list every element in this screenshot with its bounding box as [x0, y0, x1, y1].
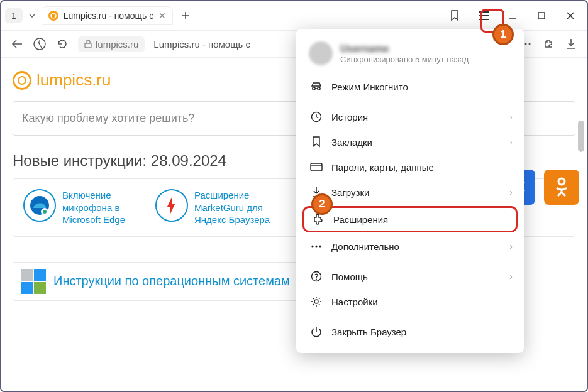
article-card[interactable]: Включение микрофона в Microsoft Edge — [17, 185, 149, 230]
menu-history[interactable]: История › — [296, 104, 524, 129]
svg-rect-11 — [21, 269, 33, 281]
menu-label: Настройки — [331, 297, 378, 307]
url-box[interactable]: lumpics.ru — [78, 36, 145, 52]
svg-rect-13 — [21, 282, 33, 294]
svg-point-24 — [314, 300, 318, 303]
svg-rect-18 — [311, 163, 322, 171]
menu-label: Дополнительно — [331, 241, 399, 252]
callout-badge-2: 2 — [311, 193, 333, 215]
menu-settings[interactable]: Настройки — [296, 289, 524, 314]
lock-icon — [84, 40, 92, 48]
menu-label: Помощь — [331, 271, 368, 282]
os-collage-icon — [21, 269, 46, 294]
clock-icon — [310, 111, 323, 123]
dots-icon — [310, 240, 323, 253]
back-arrow-icon[interactable] — [10, 37, 24, 51]
sync-status: Синхронизировано 5 минут назад — [340, 55, 469, 64]
power-icon — [310, 325, 323, 338]
menu-label: Режим Инкогнито — [331, 82, 408, 92]
download-icon[interactable] — [564, 37, 578, 51]
ok-button[interactable] — [544, 170, 579, 205]
svg-point-5 — [525, 43, 527, 45]
menu-label: Загрузки — [331, 187, 369, 198]
article-title: Включение микрофона в Microsoft Edge — [62, 189, 143, 226]
yandex-browser-logo-icon — [155, 189, 188, 222]
svg-point-10 — [558, 178, 565, 185]
callout-badge-1: 1 — [492, 24, 514, 45]
extension-puzzle-icon[interactable] — [541, 37, 555, 51]
page-title-inline: Lumpics.ru - помощь с — [153, 39, 250, 50]
reload-icon[interactable] — [55, 37, 69, 51]
yandex-logo-icon[interactable] — [33, 37, 47, 51]
article-title: Расширение MarketGuru для Яндекс Браузер… — [194, 189, 275, 226]
menu-help[interactable]: Помощь › — [296, 264, 524, 289]
svg-rect-3 — [85, 43, 91, 48]
brand-text: lumpics.ru — [36, 70, 111, 90]
puzzle-icon — [312, 213, 325, 226]
close-icon[interactable]: ✕ — [158, 11, 166, 21]
svg-point-0 — [51, 13, 56, 18]
menu-label: Закладки — [331, 137, 372, 148]
chevron-down-icon[interactable] — [26, 9, 38, 23]
svg-rect-14 — [34, 282, 46, 294]
os-instructions-block[interactable]: Инструкции по операционным системам — [13, 262, 308, 301]
chevron-right-icon: › — [509, 187, 513, 197]
chevron-right-icon: › — [509, 271, 513, 281]
menu-label: Пароли, карты, данные — [331, 162, 434, 173]
svg-point-21 — [319, 245, 321, 247]
menu-close-browser[interactable]: Закрыть Браузер — [296, 319, 524, 344]
svg-point-20 — [315, 245, 317, 247]
chevron-right-icon: › — [509, 137, 513, 147]
browser-tab[interactable]: Lumpics.ru - помощь с ✕ — [42, 6, 173, 25]
gear-icon — [310, 295, 323, 308]
url-domain: lumpics.ru — [96, 39, 138, 50]
tab-title: Lumpics.ru - помощь с — [64, 11, 153, 21]
svg-point-16 — [318, 87, 320, 90]
maximize-button[interactable] — [529, 6, 554, 26]
edge-logo-icon — [23, 189, 56, 222]
scrollbar-thumb[interactable] — [578, 121, 584, 152]
avatar — [309, 41, 333, 65]
svg-point-6 — [529, 43, 531, 45]
svg-point-19 — [311, 245, 313, 247]
os-block-title: Инструкции по операционным системам — [53, 274, 290, 288]
svg-rect-12 — [34, 269, 46, 281]
menu-user-row[interactable]: Username Синхронизировано 5 минут назад — [296, 35, 524, 74]
article-card[interactable]: Расширение MarketGuru для Яндекс Браузер… — [149, 185, 281, 230]
menu-label: Расширения — [333, 214, 388, 225]
tab-group-count[interactable]: 1 — [5, 8, 23, 23]
svg-point-23 — [316, 279, 317, 280]
user-name: Username — [340, 43, 469, 55]
bookmark-icon — [310, 136, 323, 148]
menu-incognito[interactable]: Режим Инкогнито — [296, 74, 524, 99]
main-menu-dropdown: Username Синхронизировано 5 минут назад … — [296, 29, 524, 353]
favicon-icon — [48, 11, 58, 21]
svg-point-15 — [313, 87, 315, 90]
menu-more[interactable]: Дополнительно › — [296, 234, 524, 259]
menu-label: История — [331, 112, 368, 122]
svg-point-9 — [43, 210, 47, 214]
chevron-right-icon: › — [509, 241, 513, 251]
menu-bookmarks[interactable]: Закладки › — [296, 129, 524, 155]
new-tab-button[interactable] — [177, 7, 194, 24]
close-window-button[interactable] — [558, 6, 583, 26]
menu-passwords[interactable]: Пароли, карты, данные — [296, 155, 524, 180]
svg-rect-1 — [538, 13, 545, 19]
bookmark-ribbon-icon[interactable] — [442, 6, 467, 26]
card-icon — [310, 161, 323, 173]
incognito-icon — [310, 80, 323, 93]
chevron-right-icon: › — [509, 112, 513, 122]
menu-extensions[interactable]: Расширения — [302, 206, 518, 232]
help-icon — [310, 270, 323, 283]
menu-label: Закрыть Браузер — [331, 327, 406, 337]
brand-logo-icon — [13, 71, 31, 90]
